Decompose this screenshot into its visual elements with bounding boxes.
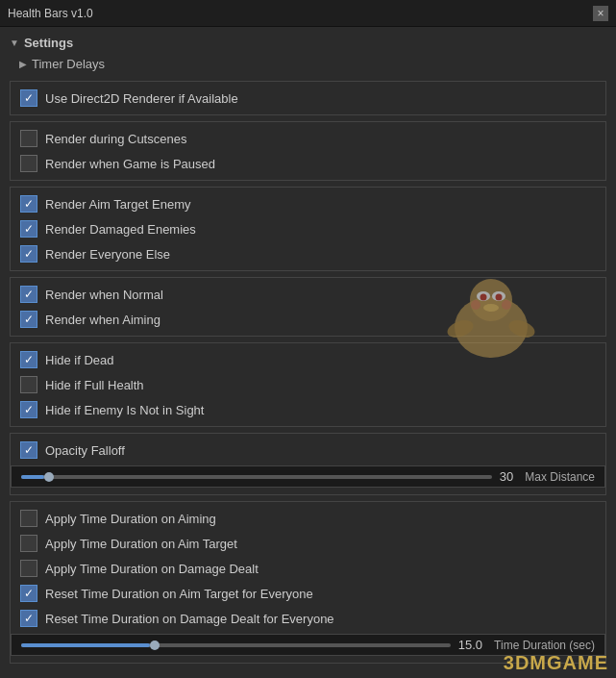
- apply-aim-target-label: Apply Time Duration on Aim Target: [45, 537, 237, 551]
- close-button[interactable]: ×: [593, 6, 608, 21]
- opacity-group: Opacity Falloff 30 Max Distance: [10, 433, 606, 495]
- hide-full-health-row[interactable]: Hide if Full Health: [11, 372, 605, 397]
- slider-fill: [21, 475, 44, 479]
- reset-aim-target-row[interactable]: Reset Time Duration on Aim Target for Ev…: [11, 581, 605, 606]
- render-cutscenes-label: Render during Cutscenes: [45, 132, 186, 146]
- render-normal-checkbox[interactable]: [20, 286, 37, 303]
- apply-damage-row[interactable]: Apply Time Duration on Damage Dealt: [11, 556, 605, 581]
- hide-full-health-label: Hide if Full Health: [45, 378, 144, 392]
- render-aiming-label: Render when Aiming: [45, 313, 160, 327]
- opacity-falloff-label: Opacity Falloff: [45, 443, 125, 458]
- hide-full-health-checkbox[interactable]: [20, 376, 37, 393]
- hide-dead-label: Hide if Dead: [45, 353, 114, 367]
- settings-label: Settings: [24, 36, 73, 50]
- apply-damage-checkbox[interactable]: [20, 560, 37, 577]
- direct2d-row[interactable]: Use Direct2D Renderer if Available: [11, 86, 605, 111]
- svg-point-5: [496, 294, 503, 301]
- svg-point-4: [480, 294, 487, 301]
- reset-aim-target-label: Reset Time Duration on Aim Target for Ev…: [45, 587, 313, 601]
- apply-aim-target-row[interactable]: Apply Time Duration on Aim Target: [11, 531, 605, 556]
- slider-value: 30: [500, 469, 513, 484]
- render-cutscenes-checkbox[interactable]: [20, 130, 37, 147]
- reset-damage-label: Reset Time Duration on Damage Dealt for …: [45, 612, 334, 626]
- slider-thumb[interactable]: [44, 472, 54, 482]
- opacity-falloff-row[interactable]: Opacity Falloff: [11, 438, 605, 463]
- render-everyone-label: Render Everyone Else: [45, 247, 170, 262]
- mascot-watermark: [424, 269, 558, 365]
- slider-label: Max Distance: [525, 470, 595, 484]
- title-bar: Health Bars v1.0 ×: [0, 0, 616, 27]
- render-damaged-checkbox[interactable]: [20, 220, 37, 238]
- reset-damage-row[interactable]: Reset Time Duration on Damage Dealt for …: [11, 606, 605, 631]
- render-everyone-row[interactable]: Render Everyone Else: [11, 241, 605, 266]
- timer-delays-header[interactable]: ▶ Timer Delays: [10, 53, 606, 75]
- settings-header[interactable]: ▼ Settings: [10, 33, 606, 53]
- render-normal-label: Render when Normal: [45, 288, 163, 302]
- render-group2: Render Aim Target Enemy Render Damaged E…: [10, 187, 606, 271]
- render-paused-checkbox[interactable]: [20, 155, 37, 172]
- hide-enemy-sight-row[interactable]: Hide if Enemy Is Not in Sight: [11, 397, 605, 422]
- settings-arrow-icon: ▼: [10, 38, 19, 48]
- svg-point-6: [483, 304, 499, 312]
- reset-aim-target-checkbox[interactable]: [20, 585, 37, 602]
- timer-delays-arrow-icon: ▶: [19, 59, 27, 69]
- render-cutscenes-row[interactable]: Render during Cutscenes: [11, 126, 605, 151]
- timer-delays-label: Timer Delays: [32, 57, 105, 71]
- window-title: Health Bars v1.0: [8, 7, 93, 20]
- render-group1: Render during Cutscenes Render when Game…: [10, 121, 606, 181]
- apply-aiming-checkbox[interactable]: [20, 510, 37, 527]
- hide-dead-checkbox[interactable]: [20, 351, 37, 368]
- svg-point-1: [470, 279, 512, 321]
- svg-point-10: [502, 300, 511, 310]
- slider-track[interactable]: [21, 475, 492, 479]
- site-watermark: 3DMGAME: [496, 648, 616, 678]
- render-paused-label: Render when Game is Paused: [45, 157, 215, 171]
- render-paused-row[interactable]: Render when Game is Paused: [11, 151, 605, 176]
- render-aiming-checkbox[interactable]: [20, 311, 37, 328]
- apply-damage-label: Apply Time Duration on Damage Dealt: [45, 562, 259, 576]
- hide-enemy-sight-checkbox[interactable]: [20, 401, 37, 418]
- direct2d-group: Use Direct2D Renderer if Available: [10, 81, 606, 115]
- time-duration-slider-thumb[interactable]: [150, 640, 160, 650]
- hide-enemy-sight-label: Hide if Enemy Is Not in Sight: [45, 403, 204, 417]
- svg-point-9: [471, 300, 480, 310]
- apply-aim-target-checkbox[interactable]: [20, 535, 37, 552]
- time-duration-slider-track[interactable]: [21, 643, 451, 647]
- apply-aiming-row[interactable]: Apply Time Duration on Aiming: [11, 506, 605, 531]
- opacity-falloff-checkbox[interactable]: [20, 441, 37, 459]
- reset-damage-checkbox[interactable]: [20, 610, 37, 627]
- time-duration-value: 15.0: [458, 638, 482, 652]
- apply-aiming-label: Apply Time Duration on Aiming: [45, 512, 216, 526]
- render-aim-checkbox[interactable]: [20, 195, 37, 213]
- direct2d-label: Use Direct2D Renderer if Available: [45, 91, 238, 106]
- render-aim-label: Render Aim Target Enemy: [45, 197, 191, 212]
- time-duration-slider-fill: [21, 643, 150, 647]
- direct2d-checkbox[interactable]: [20, 89, 37, 107]
- render-aim-row[interactable]: Render Aim Target Enemy: [11, 191, 605, 216]
- max-distance-bar: 30 Max Distance: [11, 465, 605, 488]
- render-damaged-label: Render Damaged Enemies: [45, 222, 196, 237]
- render-everyone-checkbox[interactable]: [20, 245, 37, 263]
- apply-group: Apply Time Duration on Aiming Apply Time…: [10, 501, 606, 664]
- render-damaged-row[interactable]: Render Damaged Enemies: [11, 216, 605, 241]
